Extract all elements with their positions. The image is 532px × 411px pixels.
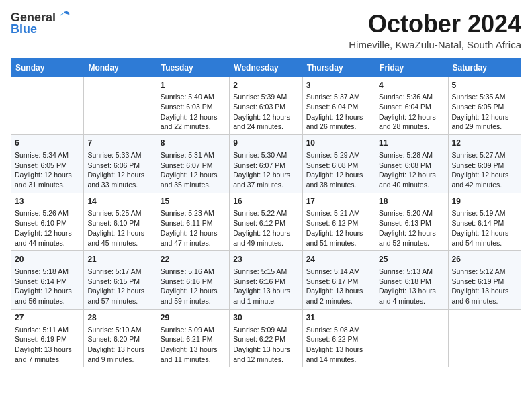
- day-info: Sunrise: 5:08 AM Sunset: 6:22 PM Dayligh…: [306, 325, 371, 365]
- calendar-cell: 28Sunrise: 5:10 AM Sunset: 6:20 PM Dayli…: [84, 309, 157, 367]
- calendar-cell: 7Sunrise: 5:33 AM Sunset: 6:06 PM Daylig…: [84, 135, 157, 193]
- day-info: Sunrise: 5:09 AM Sunset: 6:22 PM Dayligh…: [233, 325, 298, 365]
- day-info: Sunrise: 5:20 AM Sunset: 6:13 PM Dayligh…: [379, 208, 444, 248]
- weekday-friday: Friday: [375, 58, 448, 77]
- day-info: Sunrise: 5:14 AM Sunset: 6:17 PM Dayligh…: [306, 267, 371, 306]
- calendar-cell: 14Sunrise: 5:25 AM Sunset: 6:10 PM Dayli…: [84, 193, 157, 251]
- weekday-tuesday: Tuesday: [157, 58, 229, 77]
- day-number: 8: [161, 138, 226, 149]
- calendar-cell: 9Sunrise: 5:30 AM Sunset: 6:07 PM Daylig…: [230, 135, 302, 193]
- calendar-cell: 22Sunrise: 5:16 AM Sunset: 6:16 PM Dayli…: [157, 251, 229, 310]
- calendar-cell: 26Sunrise: 5:12 AM Sunset: 6:19 PM Dayli…: [448, 251, 521, 310]
- page-header: General Blue October 2024 Himeville, Kwa…: [11, 11, 521, 50]
- calendar-cell: 27Sunrise: 5:11 AM Sunset: 6:19 PM Dayli…: [11, 309, 84, 367]
- calendar-cell: [375, 309, 448, 367]
- calendar-cell: 21Sunrise: 5:17 AM Sunset: 6:15 PM Dayli…: [84, 251, 157, 310]
- day-number: 3: [306, 80, 371, 91]
- weekday-saturday: Saturday: [448, 58, 521, 77]
- day-info: Sunrise: 5:23 AM Sunset: 6:11 PM Dayligh…: [161, 208, 226, 248]
- day-info: Sunrise: 5:15 AM Sunset: 6:16 PM Dayligh…: [233, 267, 298, 306]
- calendar-cell: 20Sunrise: 5:18 AM Sunset: 6:14 PM Dayli…: [11, 251, 84, 310]
- calendar-cell: 4Sunrise: 5:36 AM Sunset: 6:04 PM Daylig…: [375, 77, 448, 135]
- day-info: Sunrise: 5:26 AM Sunset: 6:10 PM Dayligh…: [15, 208, 80, 248]
- calendar-cell: 30Sunrise: 5:09 AM Sunset: 6:22 PM Dayli…: [230, 309, 302, 367]
- day-number: 25: [379, 254, 444, 265]
- day-number: 7: [87, 138, 152, 149]
- day-info: Sunrise: 5:13 AM Sunset: 6:18 PM Dayligh…: [379, 267, 444, 306]
- day-number: 6: [15, 138, 80, 149]
- logo-blue-text: Blue: [11, 22, 37, 36]
- week-row-2: 13Sunrise: 5:26 AM Sunset: 6:10 PM Dayli…: [11, 193, 521, 251]
- day-number: 17: [306, 196, 371, 208]
- day-info: Sunrise: 5:36 AM Sunset: 6:04 PM Dayligh…: [379, 92, 444, 132]
- day-info: Sunrise: 5:27 AM Sunset: 6:09 PM Dayligh…: [452, 150, 517, 190]
- calendar-cell: 8Sunrise: 5:31 AM Sunset: 6:07 PM Daylig…: [157, 135, 229, 193]
- day-info: Sunrise: 5:11 AM Sunset: 6:19 PM Dayligh…: [15, 325, 80, 365]
- calendar-cell: [11, 77, 84, 135]
- weekday-header-row: SundayMondayTuesdayWednesdayThursdayFrid…: [11, 58, 521, 77]
- week-row-4: 27Sunrise: 5:11 AM Sunset: 6:19 PM Dayli…: [11, 309, 521, 367]
- calendar-cell: 31Sunrise: 5:08 AM Sunset: 6:22 PM Dayli…: [302, 309, 375, 367]
- day-number: 9: [233, 138, 298, 149]
- day-info: Sunrise: 5:12 AM Sunset: 6:19 PM Dayligh…: [452, 267, 517, 306]
- logo: General Blue: [11, 11, 72, 36]
- day-number: 27: [15, 312, 80, 324]
- day-info: Sunrise: 5:19 AM Sunset: 6:14 PM Dayligh…: [452, 208, 517, 248]
- calendar-cell: 1Sunrise: 5:40 AM Sunset: 6:03 PM Daylig…: [157, 77, 229, 135]
- calendar-cell: 3Sunrise: 5:37 AM Sunset: 6:04 PM Daylig…: [302, 77, 375, 135]
- day-number: 20: [15, 254, 80, 265]
- day-info: Sunrise: 5:17 AM Sunset: 6:15 PM Dayligh…: [87, 267, 152, 306]
- day-number: 29: [161, 312, 226, 324]
- day-info: Sunrise: 5:21 AM Sunset: 6:12 PM Dayligh…: [306, 208, 371, 248]
- calendar-cell: 17Sunrise: 5:21 AM Sunset: 6:12 PM Dayli…: [302, 193, 375, 251]
- title-area: October 2024 Himeville, KwaZulu-Natal, S…: [349, 11, 521, 50]
- day-number: 11: [379, 138, 444, 149]
- day-number: 16: [233, 196, 298, 208]
- weekday-wednesday: Wednesday: [230, 58, 302, 77]
- day-info: Sunrise: 5:16 AM Sunset: 6:16 PM Dayligh…: [161, 267, 226, 306]
- day-number: 31: [306, 312, 371, 324]
- day-info: Sunrise: 5:37 AM Sunset: 6:04 PM Dayligh…: [306, 92, 371, 132]
- day-number: 2: [233, 80, 298, 91]
- calendar-cell: 25Sunrise: 5:13 AM Sunset: 6:18 PM Dayli…: [375, 251, 448, 310]
- day-number: 12: [452, 138, 517, 149]
- calendar-cell: 18Sunrise: 5:20 AM Sunset: 6:13 PM Dayli…: [375, 193, 448, 251]
- day-number: 21: [87, 254, 152, 265]
- calendar-cell: 15Sunrise: 5:23 AM Sunset: 6:11 PM Dayli…: [157, 193, 229, 251]
- calendar-cell: [84, 77, 157, 135]
- day-number: 28: [87, 312, 152, 324]
- day-info: Sunrise: 5:29 AM Sunset: 6:08 PM Dayligh…: [306, 150, 371, 190]
- day-number: 24: [306, 254, 371, 265]
- logo-bird-icon: [57, 10, 72, 24]
- location-title: Himeville, KwaZulu-Natal, South Africa: [349, 39, 521, 50]
- day-info: Sunrise: 5:25 AM Sunset: 6:10 PM Dayligh…: [87, 208, 152, 248]
- day-number: 4: [379, 80, 444, 91]
- week-row-1: 6Sunrise: 5:34 AM Sunset: 6:05 PM Daylig…: [11, 135, 521, 193]
- calendar-cell: 6Sunrise: 5:34 AM Sunset: 6:05 PM Daylig…: [11, 135, 84, 193]
- day-info: Sunrise: 5:09 AM Sunset: 6:21 PM Dayligh…: [161, 325, 226, 365]
- week-row-0: 1Sunrise: 5:40 AM Sunset: 6:03 PM Daylig…: [11, 77, 521, 135]
- day-number: 22: [161, 254, 226, 265]
- week-row-3: 20Sunrise: 5:18 AM Sunset: 6:14 PM Dayli…: [11, 251, 521, 310]
- calendar-cell: 24Sunrise: 5:14 AM Sunset: 6:17 PM Dayli…: [302, 251, 375, 310]
- calendar-cell: 10Sunrise: 5:29 AM Sunset: 6:08 PM Dayli…: [302, 135, 375, 193]
- month-title: October 2024: [349, 11, 521, 38]
- day-info: Sunrise: 5:35 AM Sunset: 6:05 PM Dayligh…: [452, 92, 517, 132]
- day-info: Sunrise: 5:10 AM Sunset: 6:20 PM Dayligh…: [87, 325, 152, 365]
- day-info: Sunrise: 5:22 AM Sunset: 6:12 PM Dayligh…: [233, 208, 298, 248]
- calendar-cell: 11Sunrise: 5:28 AM Sunset: 6:08 PM Dayli…: [375, 135, 448, 193]
- calendar-cell: 2Sunrise: 5:39 AM Sunset: 6:03 PM Daylig…: [230, 77, 302, 135]
- day-number: 13: [15, 196, 80, 208]
- calendar-table: SundayMondayTuesdayWednesdayThursdayFrid…: [11, 58, 521, 368]
- day-number: 23: [233, 254, 298, 265]
- day-info: Sunrise: 5:30 AM Sunset: 6:07 PM Dayligh…: [233, 150, 298, 190]
- day-number: 30: [233, 312, 298, 324]
- calendar-cell: 13Sunrise: 5:26 AM Sunset: 6:10 PM Dayli…: [11, 193, 84, 251]
- day-number: 15: [161, 196, 226, 208]
- day-number: 1: [161, 80, 226, 91]
- day-number: 26: [452, 254, 517, 265]
- day-info: Sunrise: 5:34 AM Sunset: 6:05 PM Dayligh…: [15, 150, 80, 190]
- calendar-cell: [448, 309, 521, 367]
- weekday-thursday: Thursday: [302, 58, 375, 77]
- day-info: Sunrise: 5:28 AM Sunset: 6:08 PM Dayligh…: [379, 150, 444, 190]
